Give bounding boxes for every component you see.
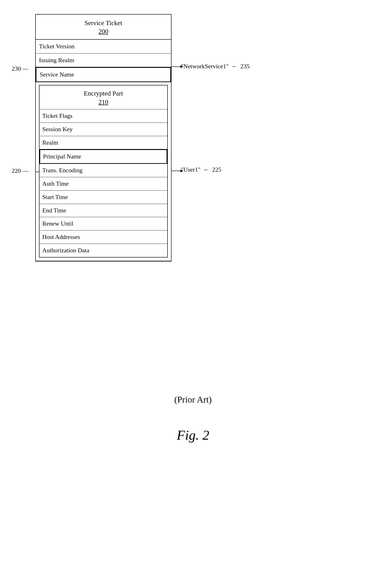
renew-until-label: Renew Until: [42, 220, 73, 227]
annotation-235: "NetworkService1" ← 235: [181, 63, 250, 70]
page-container: 230 — 220 — "NetworkService1" ← 235 "Use…: [0, 0, 386, 588]
realm-label: Realm: [42, 139, 58, 146]
host-addresses-row: Host Addresses: [40, 231, 167, 244]
trans-encoding-label: Trans. Encoding: [42, 167, 82, 174]
label-225-number: 225: [212, 166, 221, 173]
realm-row: Realm: [40, 136, 167, 149]
principal-name-row: Principal Name: [40, 149, 167, 164]
encrypted-part-header: Encrypted Part 210: [40, 85, 167, 109]
service-name-row: Service Name: [36, 67, 171, 82]
prior-art-text: (Prior Art): [174, 395, 212, 404]
ticket-flags-label: Ticket Flags: [42, 112, 72, 119]
authorization-data-label: Authorization Data: [42, 247, 89, 254]
annotation-225: "User1" ← 225: [181, 166, 221, 173]
network-service-value: "NetworkService1": [181, 63, 228, 70]
encrypted-part-number: 210: [42, 98, 165, 106]
trans-encoding-row: Trans. Encoding: [40, 164, 167, 177]
encrypted-part-title: Encrypted Part: [42, 89, 165, 98]
issuing-realm-row: Issuing Realm: [36, 54, 171, 67]
issuing-realm-label: Issuing Realm: [39, 57, 74, 63]
service-ticket-number: 200: [38, 27, 169, 36]
prior-art-caption: (Prior Art): [0, 394, 386, 405]
arrow-235: ←: [231, 63, 238, 70]
end-time-row: End Time: [40, 204, 167, 217]
ticket-version-row: Ticket Version: [36, 40, 171, 54]
service-ticket-header: Service Ticket 200: [36, 15, 171, 40]
fig-caption: Fig. 2: [0, 427, 386, 443]
service-name-label: Service Name: [40, 71, 74, 78]
encrypted-part-container: Encrypted Part 210 Ticket Flags Session …: [36, 82, 171, 261]
end-time-label: End Time: [42, 207, 66, 214]
session-key-row: Session Key: [40, 123, 167, 136]
authorization-data-row: Authorization Data: [40, 244, 167, 257]
label-235-number: 235: [240, 63, 250, 70]
service-ticket-title: Service Ticket: [38, 19, 169, 27]
start-time-label: Start Time: [42, 194, 68, 200]
auth-time-row: Auth Time: [40, 177, 167, 190]
auth-time-label: Auth Time: [42, 180, 68, 187]
diagram-area: 230 — 220 — "NetworkService1" ← 235 "Use…: [35, 14, 247, 261]
session-key-label: Session Key: [42, 126, 73, 133]
annotation-230-label: 230 —: [12, 65, 29, 72]
renew-until-row: Renew Until: [40, 217, 167, 231]
ticket-version-label: Ticket Version: [39, 43, 74, 50]
annotation-220-label: 220 —: [12, 167, 29, 174]
user1-value: "User1": [181, 166, 200, 173]
principal-name-label: Principal Name: [43, 153, 81, 160]
host-addresses-label: Host Addresses: [42, 233, 80, 240]
start-time-row: Start Time: [40, 190, 167, 204]
arrow-225: ←: [203, 166, 209, 173]
service-ticket-box: Service Ticket 200 Ticket Version Issuin…: [35, 14, 172, 261]
fig-text: Fig. 2: [177, 427, 209, 443]
encrypted-part-box: Encrypted Part 210 Ticket Flags Session …: [39, 85, 168, 257]
ticket-flags-row: Ticket Flags: [40, 109, 167, 123]
